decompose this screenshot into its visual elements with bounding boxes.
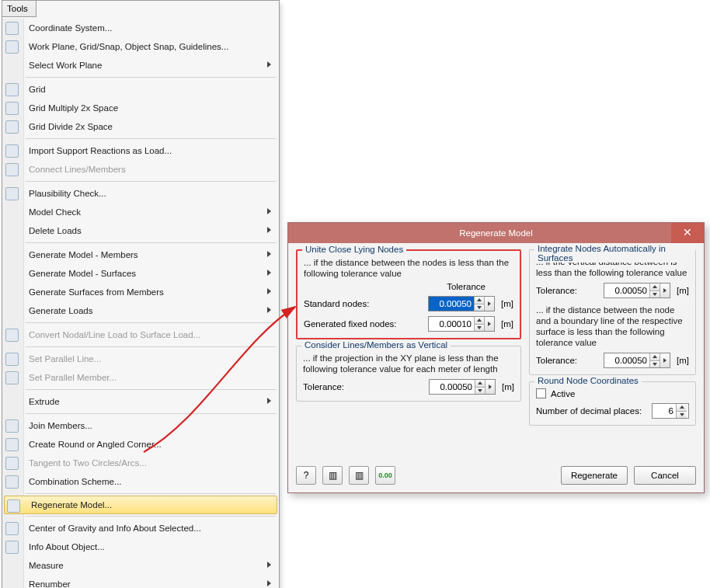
menu-item[interactable]: Regenerate Model...	[4, 496, 277, 514]
menu-item[interactable]: Grid Divide 2x Space	[2, 117, 279, 136]
decimal-places-spin[interactable]	[652, 403, 689, 419]
regenerate-model-dialog: Regenerate Model ✕ Unite Close Lying Nod…	[287, 222, 705, 493]
integrate-tol2-spin[interactable]	[604, 353, 670, 368]
decimal-places-label: Number of decimal places:	[536, 406, 649, 416]
spin-down-icon[interactable]	[475, 304, 484, 311]
menu-item[interactable]: Select Work Plane	[2, 56, 279, 75]
menu-item-icon	[5, 522, 19, 535]
menu-item-icon	[5, 120, 19, 134]
menu-item: Tangent to Two Circles/Arcs...	[2, 454, 279, 472]
dialog-title: Regenerate Model	[459, 228, 533, 238]
menu-separator	[26, 389, 276, 390]
close-button[interactable]: ✕	[671, 223, 704, 243]
integrate-legend: Integrate Nodes Automatically in Surface…	[534, 244, 695, 263]
menu-title[interactable]: Tools	[2, 1, 37, 17]
menu-item[interactable]: Grid Multiply 2x Space	[2, 99, 279, 117]
menu-item[interactable]: Coordinate System...	[2, 19, 279, 37]
menu-item-label: Create Round or Angled Corner...	[29, 440, 162, 449]
menu-item[interactable]: Model Check	[2, 203, 279, 221]
consider-desc: ... if the projection in the XY plane is…	[303, 353, 514, 374]
spin-up-icon[interactable]	[475, 317, 484, 325]
dialog-titlebar: Regenerate Model ✕	[288, 223, 704, 243]
menu-separator	[26, 138, 276, 139]
menu-item: Set Parallel Line...	[2, 350, 279, 368]
spin-up-icon[interactable]	[650, 353, 660, 361]
menu-item-icon	[5, 419, 19, 433]
menu-item-label: Select Work Plane	[29, 61, 102, 70]
menu-item[interactable]: Plausibility Check...	[2, 184, 279, 203]
spin-up-icon[interactable]	[475, 380, 485, 388]
menu-item[interactable]: Extrude	[2, 392, 279, 411]
menu-item[interactable]: Create Round or Angled Corner...	[2, 435, 279, 454]
menu-item-label: Info About Object...	[29, 542, 105, 551]
spin-menu-icon[interactable]	[660, 353, 670, 367]
spin-up-icon[interactable]	[650, 284, 660, 291]
menu-item-label: Extrude	[29, 397, 60, 406]
menu-item[interactable]: Generate Loads	[2, 301, 279, 320]
menu-separator	[26, 322, 276, 323]
integrate-desc2: ... if the distance between the node and…	[536, 304, 689, 348]
integrate-tol1-spin[interactable]	[604, 283, 670, 298]
submenu-caret-icon	[267, 580, 271, 586]
spin-down-icon[interactable]	[677, 412, 687, 419]
spin-down-icon[interactable]	[650, 291, 660, 298]
menu-separator	[26, 181, 276, 182]
integrate-group: Integrate Nodes Automatically in Surface…	[529, 249, 696, 375]
unite-group: Unite Close Lying Nodes ... if the dista…	[296, 249, 521, 339]
checkbox-box-icon[interactable]	[536, 388, 546, 398]
integrate-tol1-input[interactable]	[604, 284, 649, 297]
submenu-caret-icon	[267, 61, 271, 68]
standard-nodes-input[interactable]	[429, 297, 474, 311]
columns-icon[interactable]: ▥	[322, 466, 343, 485]
menu-item[interactable]: Renumber	[2, 575, 279, 588]
spin-menu-icon[interactable]	[660, 284, 670, 297]
menu-item-label: Join Members...	[29, 421, 92, 430]
spin-down-icon[interactable]	[475, 325, 484, 332]
spin-menu-icon[interactable]	[484, 297, 494, 311]
menu-separator	[26, 493, 276, 494]
zero-icon[interactable]: 0.00	[375, 466, 395, 485]
menu-item-icon	[5, 83, 19, 96]
spin-up-icon[interactable]	[677, 404, 687, 412]
menu-item[interactable]: Join Members...	[2, 416, 279, 435]
menu-item-icon	[5, 353, 19, 366]
spin-menu-icon[interactable]	[485, 380, 495, 394]
menu-item-label: Measure	[29, 561, 64, 570]
consider-tol-input[interactable]	[430, 380, 475, 394]
spin-down-icon[interactable]	[475, 388, 485, 395]
spin-menu-icon[interactable]	[484, 317, 494, 331]
gen-fixed-nodes-label: Generated fixed nodes:	[304, 319, 425, 329]
menu-item-icon	[5, 475, 19, 489]
decimal-places-input[interactable]	[653, 404, 676, 418]
help-icon[interactable]: ?	[296, 466, 316, 485]
menu-item[interactable]: Import Support Reactions as Load...	[2, 141, 279, 160]
regenerate-button[interactable]: Regenerate	[561, 466, 628, 485]
menu-item-icon	[5, 22, 19, 35]
menu-item[interactable]: Grid	[2, 80, 279, 99]
spin-down-icon[interactable]	[650, 361, 660, 368]
submenu-caret-icon	[267, 270, 271, 276]
submenu-caret-icon	[267, 562, 271, 568]
menu-item[interactable]: Work Plane, Grid/Snap, Object Snap, Guid…	[2, 37, 279, 56]
consider-tol-spin[interactable]	[429, 379, 496, 395]
menu-item[interactable]: Generate Model - Members	[2, 245, 279, 264]
gen-fixed-nodes-spin[interactable]	[428, 316, 495, 332]
gen-fixed-nodes-input[interactable]	[429, 317, 474, 331]
menu-item[interactable]: Combination Scheme...	[2, 472, 279, 491]
menu-item-label: Tangent to Two Circles/Arcs...	[29, 458, 147, 468]
spin-up-icon[interactable]	[475, 297, 484, 304]
menu-item[interactable]: Center of Gravity and Info About Selecte…	[2, 519, 279, 538]
menu-item-label: Grid Divide 2x Space	[29, 122, 113, 131]
standard-nodes-spin[interactable]	[428, 296, 495, 311]
menu-item[interactable]: Generate Surfaces from Members	[2, 283, 279, 301]
columns2-icon[interactable]: ▥	[349, 466, 369, 485]
menu-separator	[26, 516, 276, 517]
menu-item[interactable]: Measure	[2, 556, 279, 575]
menu-item-icon	[5, 102, 19, 115]
cancel-button[interactable]: Cancel	[634, 466, 696, 485]
active-checkbox[interactable]: Active	[536, 388, 689, 398]
integrate-tol2-input[interactable]	[604, 353, 649, 367]
menu-item[interactable]: Generate Model - Surfaces	[2, 264, 279, 283]
menu-item[interactable]: Delete Loads	[2, 221, 279, 240]
menu-item[interactable]: Info About Object...	[2, 538, 279, 556]
